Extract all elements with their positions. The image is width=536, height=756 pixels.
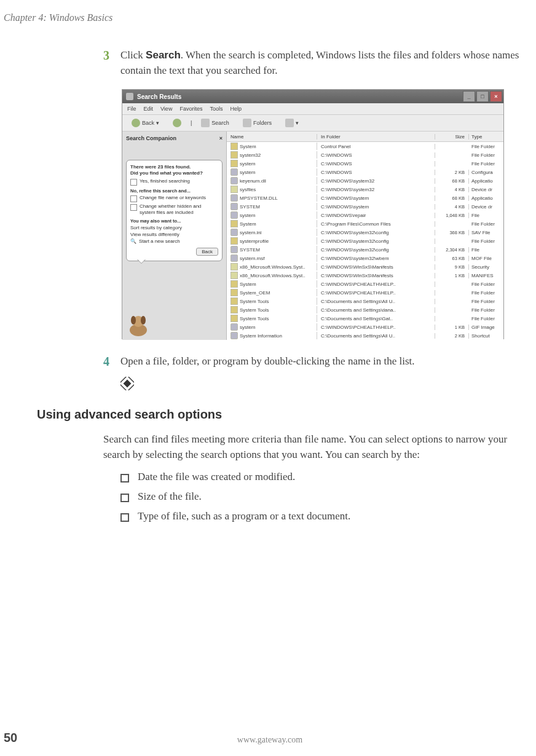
search-balloon: There were 23 files found. Did you find …: [126, 160, 223, 261]
bullet-icon: [120, 494, 129, 502]
row-type: File Folder: [469, 152, 503, 158]
table-row[interactable]: systemC:\WINDOWS2 KBConfigura: [227, 168, 503, 176]
sidebar-title: Search Companion: [126, 135, 176, 141]
search-label: Search: [211, 120, 229, 126]
file-icon: [231, 194, 238, 202]
col-size[interactable]: Size: [435, 134, 469, 140]
footer-url: www.gateway.com: [107, 735, 536, 745]
step-3-bold: Search: [146, 49, 181, 61]
row-name: keyenum.dll: [240, 178, 266, 184]
back-icon: [132, 119, 140, 127]
search-companion-sidebar: Search Companion × There were 23 files f…: [122, 132, 227, 340]
row-type: File Folder: [469, 307, 503, 313]
balloon-sort[interactable]: Sort results by category: [130, 225, 218, 230]
table-row[interactable]: SYSTEMC:\WINDOWS\system4 KBDevice dr: [227, 202, 503, 211]
table-row[interactable]: system.iniC:\WINDOWS\system32\config368 …: [227, 228, 503, 237]
views-button[interactable]: ▾: [281, 117, 303, 129]
row-size: 4 KB: [435, 204, 469, 210]
menu-view[interactable]: View: [160, 106, 172, 112]
row-size: 2,304 KB: [435, 247, 469, 253]
table-row[interactable]: MPSYSTEM.DLLC:\WINDOWS\system68 KBApplic…: [227, 194, 503, 202]
row-folder: C:\WINDOWS\system: [317, 204, 435, 210]
menu-edit[interactable]: Edit: [144, 106, 154, 112]
row-name: System Tools: [240, 307, 269, 313]
chapter-header: Chapter 4: Windows Basics: [0, 12, 536, 23]
checkbox-icon[interactable]: [130, 179, 137, 186]
row-folder: C:\WINDOWS\system32\config: [317, 247, 435, 253]
row-type: File Folder: [469, 221, 503, 227]
menu-file[interactable]: File: [127, 106, 136, 112]
table-row[interactable]: SystemC:\WINDOWS\PCHEALTH\HELP..File Fol…: [227, 280, 503, 288]
table-row[interactable]: System InformationC:\Documents and Setti…: [227, 331, 503, 340]
search-toolbar-button[interactable]: Search: [197, 117, 234, 129]
balloon-view[interactable]: View results differently: [130, 232, 218, 237]
table-row[interactable]: system32C:\WINDOWSFile Folder: [227, 151, 503, 159]
table-row[interactable]: SystemControl PanelFile Folder: [227, 142, 503, 151]
menu-favorites[interactable]: Favorites: [179, 106, 202, 112]
col-name[interactable]: Name: [227, 134, 317, 140]
sidebar-close-icon[interactable]: ×: [219, 135, 223, 141]
table-row[interactable]: keyenum.dllC:\WINDOWS\system3268 KBAppli…: [227, 176, 503, 185]
menu-tools[interactable]: Tools: [210, 106, 223, 112]
table-row[interactable]: System ToolsC:\Documents and Settings\Ga…: [227, 314, 503, 323]
table-row[interactable]: systemC:\WINDOWS\PCHEALTH\HELP..1 KBGIF …: [227, 323, 503, 331]
window-icon: [126, 93, 133, 100]
row-size: 68 KB: [435, 195, 469, 201]
table-row[interactable]: x86_Microsoft.Windows.Syst..C:\WINDOWS\W…: [227, 262, 503, 271]
file-icon: [231, 306, 238, 313]
maximize-button[interactable]: □: [476, 91, 489, 102]
folders-icon: [243, 119, 251, 127]
table-row[interactable]: System_OEMC:\WINDOWS\PCHEALTH\HELP..File…: [227, 288, 503, 297]
section-body: Search can find files meeting more crite…: [0, 432, 536, 462]
table-row[interactable]: SYSTEMC:\WINDOWS\system32\config2,304 KB…: [227, 245, 503, 254]
table-row[interactable]: System ToolsC:\Documents and Settings\Al…: [227, 297, 503, 305]
row-name: x86_Microsoft.Windows.Syst..: [240, 273, 305, 278]
checkbox-icon[interactable]: [130, 204, 137, 211]
table-row[interactable]: x86_Microsoft.Windows.Syst..C:\WINDOWS\W…: [227, 271, 503, 280]
row-size: 63 KB: [435, 256, 469, 261]
row-name: System Tools: [240, 316, 269, 321]
table-row[interactable]: sysfilesC:\WINDOWS\system324 KBDevice dr: [227, 185, 503, 194]
row-size: 1,048 KB: [435, 213, 469, 218]
balloon-back-button[interactable]: Back: [196, 248, 218, 256]
file-icon: [231, 151, 238, 159]
col-type[interactable]: Type: [469, 134, 503, 140]
balloon-finished[interactable]: Yes, finished searching: [140, 178, 190, 184]
checkbox-icon[interactable]: [130, 195, 137, 202]
table-row[interactable]: system.msfC:\WINDOWS\system32\wbem63 KBM…: [227, 254, 503, 262]
file-icon: [231, 315, 238, 322]
step-4: 4 Open a file, folder, or program by dou…: [103, 354, 532, 369]
balloon-refine-1[interactable]: Change file name or keywords: [140, 195, 206, 201]
table-row[interactable]: systemprofileC:\WINDOWS\system32\configF…: [227, 237, 503, 245]
toolbar-separator: |: [191, 120, 192, 126]
close-button[interactable]: ×: [490, 91, 502, 102]
menu-help[interactable]: Help: [230, 106, 242, 112]
row-folder: C:\WINDOWS\repair: [317, 213, 435, 218]
row-name: System Information: [240, 333, 282, 339]
row-type: File Folder: [469, 282, 503, 287]
table-row[interactable]: systemC:\WINDOWSFile Folder: [227, 159, 503, 168]
page-footer: 50 www.gateway.com: [0, 731, 536, 745]
balloon-refine-2[interactable]: Change whether hidden and system files a…: [140, 203, 218, 215]
back-button[interactable]: Back ▾: [127, 117, 164, 129]
table-row[interactable]: systemC:\WINDOWS\repair1,048 KBFile: [227, 211, 503, 219]
folders-button[interactable]: Folders: [238, 117, 276, 129]
minimize-button[interactable]: _: [463, 91, 475, 102]
row-size: 9 KB: [435, 264, 469, 270]
balloon-start-new[interactable]: Start a new search: [139, 238, 180, 245]
row-folder: C:\Documents and Settings\All U..: [317, 333, 435, 339]
forward-button[interactable]: [168, 117, 186, 129]
table-row[interactable]: SystemC:\Program Files\Common FilesFile …: [227, 219, 503, 228]
search-results-screenshot: Search Results _ □ × File Edit View Favo…: [122, 89, 504, 339]
step-3-number: 3: [103, 48, 120, 63]
row-name: system.msf: [240, 256, 264, 261]
col-folder[interactable]: In Folder: [317, 134, 435, 140]
row-folder: C:\WINDOWS\PCHEALTH\HELP..: [317, 282, 435, 287]
bullet-icon: [120, 474, 129, 482]
table-row[interactable]: System ToolsC:\Documents and Settings\da…: [227, 305, 503, 314]
toolbar: Back ▾ | Search Folders ▾: [122, 115, 503, 132]
row-name: sysfiles: [240, 187, 256, 192]
row-folder: C:\WINDOWS\PCHEALTH\HELP..: [317, 290, 435, 296]
row-name: System: [240, 282, 256, 287]
chevron-down-icon: ▾: [296, 120, 299, 126]
